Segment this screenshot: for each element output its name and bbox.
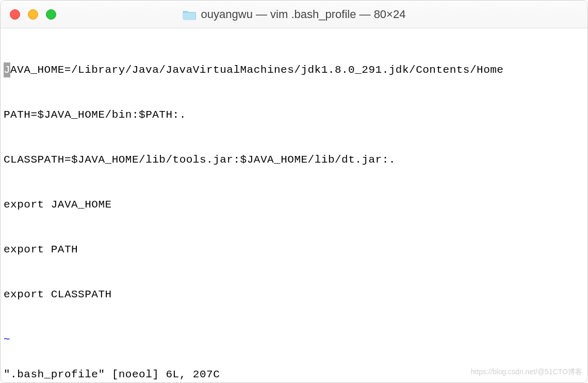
line-text: PATH=$JAVA_HOME/bin:$PATH:. (4, 109, 186, 121)
line-text: CLASSPATH=$JAVA_HOME/lib/tools.jar:$JAVA… (4, 154, 396, 166)
file-line: export JAVA_HOME (4, 197, 584, 212)
window-title: ouyangwu — vim .bash_profile — 80×24 (201, 8, 406, 21)
file-line: export PATH (4, 242, 584, 257)
file-line: export CLASSPATH (4, 287, 584, 302)
line-text: export JAVA_HOME (4, 199, 112, 211)
vim-status-line: ".bash_profile" [noeol] 6L, 207C (4, 367, 220, 382)
cursor: J (4, 62, 10, 77)
titlebar[interactable]: ouyangwu — vim .bash_profile — 80×24 (1, 1, 587, 28)
status-text: ".bash_profile" [noeol] 6L, 207C (4, 369, 220, 380)
line-text: AVA_HOME=/Library/Java/JavaVirtualMachin… (10, 64, 503, 76)
line-text: export CLASSPATH (4, 289, 112, 300)
folder-icon (183, 9, 196, 20)
minimize-icon[interactable] (28, 9, 38, 20)
file-line: PATH=$JAVA_HOME/bin:$PATH:. (4, 107, 584, 122)
file-line: JAVA_HOME=/Library/Java/JavaVirtualMachi… (4, 62, 584, 77)
line-text: export PATH (4, 244, 78, 256)
watermark: https://blog.csdn.net/@51CTO博客 (471, 364, 582, 379)
close-icon[interactable] (10, 9, 20, 20)
window-title-container: ouyangwu — vim .bash_profile — 80×24 (1, 8, 587, 21)
tilde-icon: ~ (4, 333, 10, 345)
file-line: CLASSPATH=$JAVA_HOME/lib/tools.jar:$JAVA… (4, 152, 584, 167)
terminal-content[interactable]: JAVA_HOME=/Library/Java/JavaVirtualMachi… (1, 28, 587, 382)
terminal-window: ouyangwu — vim .bash_profile — 80×24 JAV… (0, 0, 588, 383)
maximize-icon[interactable] (46, 9, 56, 20)
empty-line: ~ (4, 332, 584, 347)
traffic-lights (10, 9, 56, 20)
